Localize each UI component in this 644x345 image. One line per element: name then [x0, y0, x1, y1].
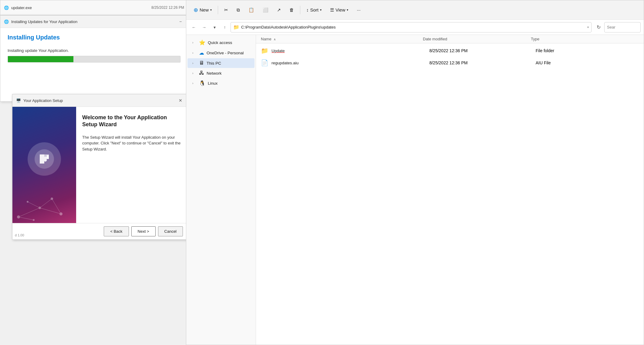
share-button[interactable]: ↗ [273, 5, 285, 15]
sidebar-item-network[interactable]: › 🖧 Network [187, 68, 255, 78]
col-header-name[interactable]: Name ∧ [261, 37, 423, 41]
network-chevron: › [192, 72, 197, 75]
delete-button[interactable]: 🗑 [286, 5, 298, 14]
setup-close-button[interactable]: ✕ [177, 97, 184, 104]
more-icon: ··· [357, 7, 361, 12]
file-row-regupdates[interactable]: 📄 regupdates.aiu 8/25/2022 12:36 PM AIU … [256, 57, 644, 69]
setup-sidebar-graphic-area [12, 107, 76, 223]
network-icon: 🖧 [199, 70, 204, 76]
sidebar-item-onedrive[interactable]: › ☁ OneDrive - Personal [187, 48, 255, 58]
updater-titlebar: 🌐 updater.exe 8/25/2022 12:26 PM [0, 0, 188, 15]
regupdates-file-icon: 📄 [261, 59, 268, 66]
minimize-button[interactable]: − [177, 18, 184, 25]
titlebar-controls: − [177, 18, 184, 25]
sort-button[interactable]: ↕ Sort ▾ [303, 5, 325, 14]
cut-button[interactable]: ✂ [221, 5, 232, 15]
sidebar-item-linux[interactable]: › 🐧 Linux [187, 78, 255, 88]
onedrive-chevron: › [192, 51, 197, 55]
regupdates-name: regupdates.aiu [271, 61, 298, 65]
sort-dropdown-icon: ▾ [320, 8, 322, 12]
network-dots [12, 187, 67, 223]
address-dropdown-icon: ▾ [587, 25, 589, 29]
update-type-text: File folder [536, 48, 554, 53]
regupdates-name-cell: regupdates.aiu [271, 60, 426, 65]
file-row-update[interactable]: 📁 Update 8/25/2022 12:36 PM File folder [256, 45, 644, 57]
nav-dropdown-button[interactable]: ▾ [210, 23, 219, 32]
installing-titlebar: 🌐 Installing Updates for Your Applicatio… [0, 15, 188, 28]
address-folder-icon: 📁 [233, 24, 239, 30]
quick-access-chevron: › [192, 41, 197, 44]
progress-bar-container [8, 56, 180, 63]
fe-toolbar: ⊕ New ▾ ✂ ⧉ 📋 ⬜ ↗ 🗑 ↕ Sort ▾ ☰ [186, 0, 644, 20]
rename-icon: ⬜ [263, 7, 268, 13]
cancel-button[interactable]: Cancel [158, 226, 183, 236]
nav-up-button[interactable]: ↑ [220, 23, 229, 32]
col-header-date[interactable]: Date modified [423, 37, 531, 41]
setup-footer: < Back Next > Cancel [12, 223, 188, 239]
more-button[interactable]: ··· [353, 5, 364, 14]
sidebar-item-quick-access[interactable]: › ⭐ Quick access [187, 38, 255, 48]
fe-sidebar: › ⭐ Quick access › ☁ OneDrive - Personal… [186, 35, 256, 345]
paste-button[interactable]: 📋 [245, 5, 258, 15]
column-headers: Name ∧ Date modified Type [256, 35, 644, 43]
new-label: New [200, 7, 209, 12]
next-button[interactable]: Next > [131, 226, 156, 236]
onedrive-icon: ☁ [199, 50, 204, 56]
linux-chevron: › [192, 82, 197, 85]
cut-icon: ✂ [224, 7, 228, 13]
delete-icon: 🗑 [289, 7, 294, 12]
version-text: d 1.00 [15, 233, 24, 237]
paste-icon: 📋 [248, 7, 254, 13]
update-date-text: 8/25/2022 12:36 PM [429, 48, 467, 53]
installing-status: Installing update Your Application. [8, 48, 180, 53]
svg-line-12 [40, 199, 52, 208]
update-folder-name-cell: Update [271, 48, 426, 53]
refresh-button[interactable]: ↻ [594, 23, 603, 32]
quick-access-icon: ⭐ [199, 39, 205, 46]
sort-label: Sort [310, 7, 319, 12]
share-icon: ↗ [277, 7, 281, 13]
fe-file-list: 📁 Update 8/25/2022 12:36 PM File folder … [256, 43, 644, 345]
updater-title: updater.exe [11, 5, 32, 10]
setup-window-icon: 🖥️ [16, 98, 21, 103]
updater-timestamp: 8/25/2022 12:26 PM [151, 5, 184, 10]
network-label: Network [207, 71, 222, 76]
col-name-label: Name [261, 37, 271, 41]
setup-description: The Setup Wizard will install Your Appli… [82, 134, 182, 216]
setup-titlebar: 🖥️ Your Application Setup ✕ [12, 94, 188, 107]
copy-button[interactable]: ⧉ [233, 5, 244, 15]
linux-label: Linux [208, 81, 217, 86]
col-header-type[interactable]: Type [531, 37, 639, 41]
onedrive-label: OneDrive - Personal [207, 51, 244, 55]
nav-forward-button[interactable]: → [200, 23, 209, 32]
setup-welcome-title: Welcome to the Your Application Setup Wi… [82, 114, 182, 128]
address-bar[interactable]: 📁 ▾ [231, 22, 592, 32]
linux-icon: 🐧 [199, 80, 205, 86]
installing-updates-window: 🌐 Installing Updates for Your Applicatio… [0, 15, 188, 102]
setup-title-left: 🖥️ Your Application Setup [16, 98, 63, 103]
search-input[interactable] [604, 22, 641, 32]
new-dropdown-icon: ▾ [210, 8, 212, 12]
setup-body: Welcome to the Your Application Setup Wi… [12, 107, 188, 223]
this-pc-label: This PC [207, 61, 221, 66]
view-button[interactable]: ☰ View ▾ [326, 5, 352, 15]
fe-body: › ⭐ Quick access › ☁ OneDrive - Personal… [186, 35, 644, 345]
update-folder-icon: 📁 [261, 47, 268, 54]
svg-line-7 [19, 208, 40, 217]
installing-content: Installing Updates Installing update You… [0, 28, 188, 101]
back-button[interactable]: < Back [104, 226, 129, 236]
new-button[interactable]: ⊕ New ▾ [190, 5, 215, 15]
col-sort-icon: ∧ [274, 38, 276, 41]
setup-titlebar-controls: ✕ [177, 97, 184, 104]
svg-line-11 [19, 217, 34, 220]
installing-title-left: 🌐 Installing Updates for Your Applicatio… [4, 19, 77, 24]
nav-back-button[interactable]: ← [189, 23, 198, 32]
puzzle-icon [34, 148, 55, 170]
address-input[interactable] [241, 25, 585, 29]
rename-button[interactable]: ⬜ [259, 5, 272, 15]
sort-icon: ↕ [306, 7, 309, 12]
setup-window-title: Your Application Setup [23, 98, 63, 103]
sidebar-item-this-pc[interactable]: › 🖥 This PC [187, 58, 255, 68]
view-label: View [335, 7, 345, 12]
regupdates-type-text: AIU File [536, 60, 551, 65]
